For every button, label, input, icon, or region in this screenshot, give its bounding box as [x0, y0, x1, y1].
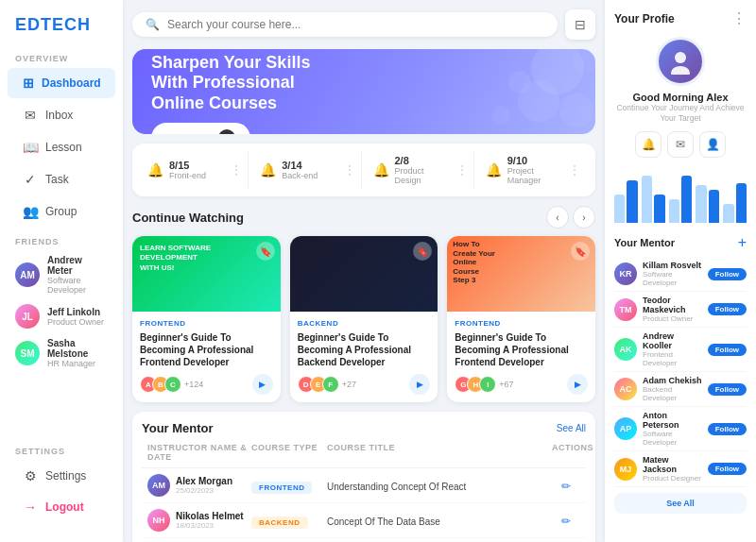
friend-item[interactable]: SM Sasha Melstone HR Manager: [0, 333, 123, 373]
bar-dark: [709, 190, 719, 223]
bar-group: [723, 183, 747, 223]
see-all-link[interactable]: See All: [557, 423, 586, 433]
edit-icon[interactable]: ✏: [561, 480, 571, 493]
more-icon[interactable]: ⋮: [231, 163, 242, 177]
card-tag: FRONTEND: [140, 319, 273, 328]
follow-button[interactable]: Follow: [708, 303, 747, 315]
svg-point-7: [671, 66, 690, 75]
thumb-text: LEARN SOFTWAREDEVELOPMENTWITH US!: [140, 244, 211, 273]
avatar-stack: A B C: [140, 376, 177, 393]
follow-button[interactable]: Follow: [708, 383, 747, 396]
col-header-title: COURSE TITLE: [327, 443, 552, 462]
follow-button[interactable]: Follow: [708, 268, 747, 280]
avatar: AM: [15, 263, 40, 287]
mentor-list-item: TM Teodor Maskevich Product Owner Follow: [614, 292, 747, 328]
bookmark-icon[interactable]: 🔖: [413, 242, 432, 261]
add-mentor-button[interactable]: +: [738, 234, 747, 251]
mentor-name: Killam Rosvelt: [643, 261, 702, 270]
mentor-name: Anton Peterson: [643, 411, 702, 430]
more-icon[interactable]: ⋮: [344, 163, 355, 177]
avatar: TM: [614, 298, 637, 321]
svg-point-6: [675, 52, 686, 63]
type-badge: FRONTEND: [251, 482, 312, 494]
group-icon: 👥: [23, 204, 38, 219]
mentor-name: Nikolas Helmet: [176, 511, 244, 521]
mentor-role: Software Developer: [643, 430, 702, 447]
mentor-table-title: Your Mentor: [142, 421, 214, 435]
message-button[interactable]: ✉: [667, 131, 694, 158]
bookmark-icon[interactable]: 🔖: [256, 242, 275, 261]
stat-count: 8/15: [169, 160, 206, 171]
settings-label: SETTINGS: [0, 437, 123, 460]
bell-icon: 🔔: [260, 162, 276, 178]
watch-stat-3: 🔔 9/10 Project Manager ⋮: [480, 151, 586, 189]
friend-role: Product Owner: [47, 317, 104, 327]
bell-icon: 🔔: [147, 162, 163, 178]
prev-button[interactable]: ‹: [546, 206, 569, 229]
section-title: Continue Watching: [132, 211, 244, 225]
follow-button[interactable]: Follow: [708, 344, 747, 356]
bar-dark: [681, 176, 692, 223]
bar-light: [614, 195, 625, 223]
sidebar-item-group[interactable]: 👥 Group: [8, 196, 115, 227]
follow-button[interactable]: Follow: [708, 423, 747, 435]
join-button[interactable]: Join Now ▶: [151, 123, 250, 134]
edit-icon[interactable]: ✏: [561, 515, 571, 528]
mentor-name: Adam Chekish: [643, 376, 702, 385]
watch-stat-0: 🔔 8/15 Front-end ⋮: [142, 151, 249, 189]
bar-light: [669, 199, 679, 223]
sidebar-item-dashboard[interactable]: ⊞ Dashboard: [8, 68, 115, 98]
stat-label: Product Design: [395, 166, 451, 185]
mentor-list-item: AC Adam Chekish Backend Developer Follow: [614, 372, 747, 407]
friend-item[interactable]: AM Andrew Meter Software Developer: [0, 250, 123, 299]
search-bar: 🔍: [132, 12, 558, 37]
svg-point-5: [491, 106, 510, 125]
card-title: Beginner's Guide To Becoming A Professio…: [140, 331, 273, 368]
user-button[interactable]: 👤: [699, 131, 726, 158]
sidebar-item-inbox[interactable]: ✉ Inbox: [8, 100, 115, 130]
friend-role: Software Developer: [47, 276, 108, 295]
play-button[interactable]: ▶: [567, 374, 588, 395]
more-menu-icon[interactable]: ⋮: [731, 9, 747, 27]
play-button[interactable]: ▶: [252, 374, 273, 395]
more-icon[interactable]: ⋮: [569, 163, 580, 177]
avatar: JL: [15, 304, 40, 329]
sidebar-item-label: Settings: [45, 469, 86, 483]
mentor-name: Teodor Maskevich: [643, 296, 702, 314]
bar-dark: [627, 180, 637, 223]
friend-role: HR Manager: [47, 359, 108, 368]
friend-item[interactable]: JL Jeff Linkoln Product Owner: [0, 299, 123, 333]
bar-light: [696, 185, 706, 223]
avatar: SM: [15, 341, 40, 365]
mentor-role: Product Owner: [643, 314, 702, 323]
bar-group: [696, 185, 719, 223]
more-icon[interactable]: ⋮: [456, 163, 468, 177]
bookmark-icon[interactable]: 🔖: [571, 242, 590, 261]
follow-button[interactable]: Follow: [708, 463, 747, 475]
card-title: Beginner's Guide To Becoming A Professio…: [298, 331, 431, 368]
sidebar-item-task[interactable]: ✓ Task: [8, 164, 115, 195]
avatar: MJ: [614, 458, 637, 481]
see-all-button[interactable]: See All: [614, 493, 747, 514]
friend-name: Andrew Meter: [47, 255, 108, 276]
overview-label: OVERVIEW: [0, 46, 123, 67]
search-icon: 🔍: [146, 18, 160, 31]
play-button[interactable]: ▶: [409, 374, 430, 395]
bar-group: [614, 180, 638, 223]
watch-stat-1: 🔔 3/14 Back-end ⋮: [254, 151, 361, 189]
search-input[interactable]: [167, 18, 544, 31]
sidebar: EDTECH OVERVIEW ⊞ Dashboard ✉ Inbox 📖 Le…: [0, 0, 123, 542]
sidebar-item-settings[interactable]: ⚙ Settings: [8, 461, 115, 491]
notification-button[interactable]: 🔔: [635, 131, 662, 158]
student-count: +67: [499, 380, 513, 389]
sidebar-item-logout[interactable]: → Logout: [8, 492, 115, 522]
next-button[interactable]: ›: [573, 206, 595, 229]
sidebar-item-lesson[interactable]: 📖 Lesson: [8, 132, 115, 162]
friends-label: FRIENDS: [0, 228, 123, 250]
thumb-text: How ToCreate YourOnlineCourseStep 3: [453, 240, 495, 285]
mentor-list-item: AP Anton Peterson Software Developer Fol…: [614, 407, 747, 451]
profile-greeting: Good Morning Alex: [632, 92, 728, 103]
col-header-actions: ACTIONS: [552, 443, 580, 462]
filter-button[interactable]: ⊟: [565, 9, 595, 40]
friend-name: Jeff Linkoln: [47, 307, 104, 317]
